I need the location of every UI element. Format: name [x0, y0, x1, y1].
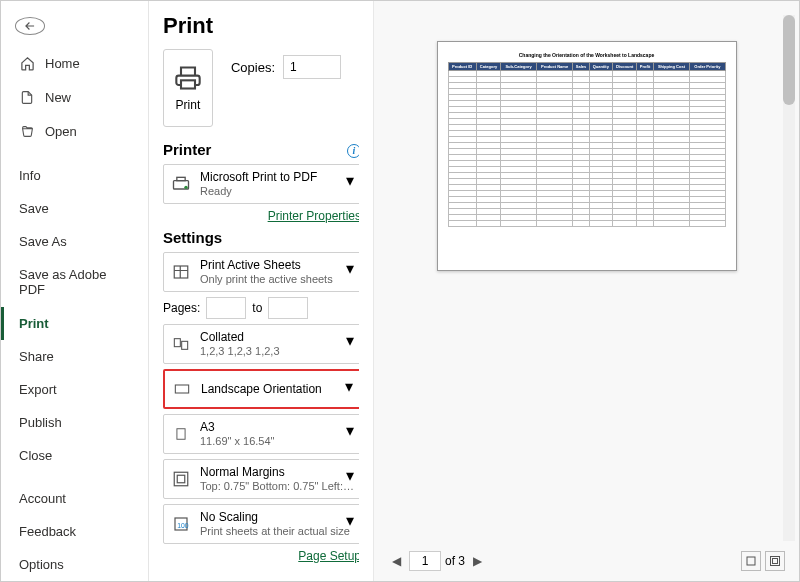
- nav-new[interactable]: New: [1, 81, 148, 115]
- collate-dropdown[interactable]: Collated1,2,3 1,2,3 1,2,3 ▾: [163, 324, 359, 364]
- preview-doc-title: Changing the Orientation of the Workshee…: [448, 52, 726, 58]
- svg-rect-8: [177, 429, 185, 440]
- svg-rect-10: [177, 475, 185, 483]
- nav-close[interactable]: Close: [1, 439, 148, 472]
- preview-table: Product IDCategorySub-CategoryProduct Na…: [448, 62, 726, 227]
- pages-label: Pages:: [163, 301, 200, 315]
- scaling-dropdown[interactable]: 100 No ScalingPrint sheets at their actu…: [163, 504, 359, 544]
- nav-account[interactable]: Account: [1, 482, 148, 515]
- nav-label: Share: [19, 349, 54, 364]
- print-button-label: Print: [176, 98, 201, 112]
- svg-rect-15: [773, 559, 778, 564]
- nav-label: Info: [19, 168, 41, 183]
- open-icon: [19, 124, 35, 140]
- print-panel: Print Print Copies: Printer i Microsoft …: [149, 1, 359, 581]
- sidebar: Home New Open Info Save Save As Save as …: [1, 1, 149, 581]
- copies-input[interactable]: [283, 55, 341, 79]
- svg-rect-5: [174, 339, 180, 347]
- chevron-down-icon: ▾: [345, 377, 353, 396]
- zoom-margins-button[interactable]: [765, 551, 785, 571]
- chevron-down-icon: ▾: [346, 511, 354, 530]
- print-preview-area: Changing the Orientation of the Workshee…: [373, 1, 799, 581]
- printer-section-label: Printer: [163, 141, 211, 158]
- svg-rect-6: [182, 341, 188, 349]
- chevron-down-icon: ▾: [346, 421, 354, 440]
- printer-status: Ready: [200, 185, 354, 199]
- table-row: [448, 221, 725, 227]
- page-prev-button[interactable]: ◀: [388, 554, 405, 568]
- nav-label: Save As: [19, 234, 67, 249]
- nav-label: Options: [19, 557, 64, 572]
- nav-export[interactable]: Export: [1, 373, 148, 406]
- nav-publish[interactable]: Publish: [1, 406, 148, 439]
- page-setup-link[interactable]: Page Setup: [163, 549, 359, 563]
- copies-label: Copies:: [231, 60, 275, 75]
- print-button[interactable]: Print: [163, 49, 213, 127]
- nav-label: Home: [45, 56, 80, 71]
- printer-dropdown[interactable]: Microsoft Print to PDFReady ▾: [163, 164, 359, 204]
- pages-range: Pages: to: [163, 297, 359, 319]
- print-what-dropdown[interactable]: Print Active SheetsOnly print the active…: [163, 252, 359, 292]
- sheets-icon: [170, 261, 192, 283]
- printer-device-icon: [170, 173, 192, 195]
- scrollbar-thumb[interactable]: [783, 15, 795, 105]
- printer-properties-link[interactable]: Printer Properties: [163, 209, 359, 223]
- arrow-left-icon: [23, 19, 37, 33]
- svg-rect-2: [177, 177, 185, 180]
- pages-to-label: to: [252, 301, 262, 315]
- page-title: Print: [163, 13, 341, 39]
- svg-text:100: 100: [177, 522, 189, 529]
- nav-save-adobe[interactable]: Save as Adobe PDF: [1, 258, 148, 307]
- settings-section-label: Settings: [163, 229, 359, 246]
- svg-rect-4: [174, 266, 188, 278]
- current-page-input[interactable]: [409, 551, 441, 571]
- nav-save[interactable]: Save: [1, 192, 148, 225]
- nav-open[interactable]: Open: [1, 115, 148, 149]
- info-icon[interactable]: i: [347, 144, 359, 158]
- margins-dropdown[interactable]: Normal MarginsTop: 0.75" Bottom: 0.75" L…: [163, 459, 359, 499]
- orientation-dropdown[interactable]: Landscape Orientation ▾: [163, 369, 359, 409]
- nav-label: Save: [19, 201, 49, 216]
- pages-to-input[interactable]: [268, 297, 308, 319]
- page-next-button[interactable]: ▶: [469, 554, 486, 568]
- scrollbar[interactable]: [783, 15, 795, 541]
- pages-from-input[interactable]: [206, 297, 246, 319]
- printer-name: Microsoft Print to PDF: [200, 170, 354, 185]
- chevron-down-icon: ▾: [346, 331, 354, 350]
- svg-rect-7: [175, 385, 188, 393]
- svg-rect-14: [771, 557, 780, 566]
- svg-rect-9: [174, 472, 188, 486]
- landscape-icon: [171, 378, 193, 400]
- collate-icon: [170, 333, 192, 355]
- back-button[interactable]: [15, 17, 45, 35]
- page-total-label: of 3: [445, 554, 465, 568]
- nav-label: New: [45, 90, 71, 105]
- svg-rect-0: [181, 80, 195, 88]
- nav-feedback[interactable]: Feedback: [1, 515, 148, 548]
- nav-label: Print: [19, 316, 49, 331]
- nav-label: Save as Adobe PDF: [19, 267, 130, 298]
- nav-info[interactable]: Info: [1, 159, 148, 192]
- chevron-down-icon: ▾: [346, 171, 354, 190]
- nav-label: Close: [19, 448, 52, 463]
- paper-size-dropdown[interactable]: A311.69" x 16.54" ▾: [163, 414, 359, 454]
- printer-icon: [174, 64, 202, 92]
- nav-label: Account: [19, 491, 66, 506]
- nav-home[interactable]: Home: [1, 47, 148, 81]
- nav-label: Feedback: [19, 524, 76, 539]
- page-navigation: ◀ of 3 ▶: [384, 545, 789, 577]
- nav-saveas[interactable]: Save As: [1, 225, 148, 258]
- paper-icon: [170, 423, 192, 445]
- svg-rect-13: [747, 557, 755, 565]
- zoom-to-page-button[interactable]: [741, 551, 761, 571]
- nav-share[interactable]: Share: [1, 340, 148, 373]
- new-icon: [19, 90, 35, 106]
- nav-label: Export: [19, 382, 57, 397]
- nav-label: Open: [45, 124, 77, 139]
- nav-options[interactable]: Options: [1, 548, 148, 581]
- home-icon: [19, 56, 35, 72]
- margins-icon: [170, 468, 192, 490]
- scaling-icon: 100: [170, 513, 192, 535]
- chevron-down-icon: ▾: [346, 259, 354, 278]
- nav-print[interactable]: Print: [1, 307, 148, 340]
